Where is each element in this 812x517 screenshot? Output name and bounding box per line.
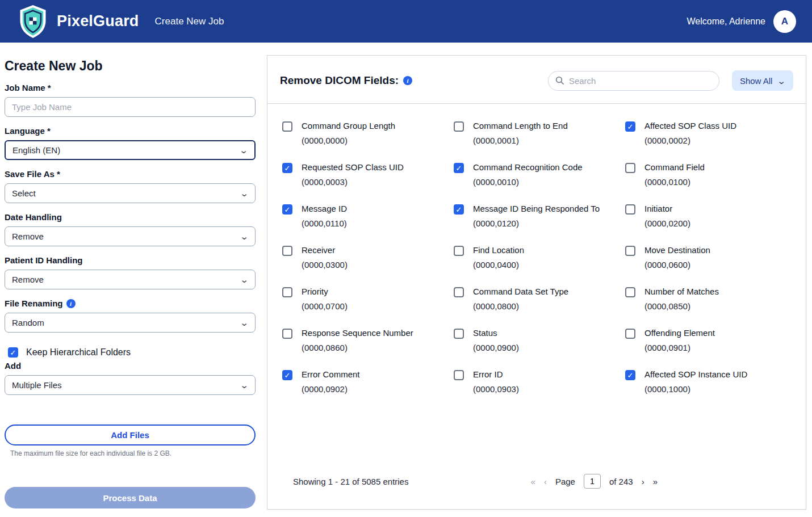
dicom-field-checkbox[interactable] [625,287,635,297]
dicom-field-checkbox[interactable] [625,204,635,215]
dicom-field-checkbox[interactable] [454,163,464,173]
dicom-field-checkbox[interactable] [454,121,464,132]
dicom-field-code: (0000,0110) [302,218,347,228]
next-page-button[interactable]: › [642,477,644,486]
dicom-field-label: Message ID [302,204,347,213]
dicom-field-item: Receiver(0000,0300) [282,245,448,270]
date-handling-select[interactable]: Remove ⌄ [5,226,256,246]
dicom-field-code: (0000,0600) [644,260,710,270]
patient-id-handling-select[interactable]: Remove ⌄ [5,270,256,289]
dicom-field-label: Response Sequence Number [302,328,413,338]
dicom-field-label: Command Length to End [473,121,568,131]
dicom-field-item: Priority(0000,0700) [282,287,448,311]
add-select[interactable]: Multiple Files ⌄ [5,375,256,395]
dicom-field-code: (0000,0001) [473,136,568,145]
dicom-field-checkbox[interactable] [454,287,464,297]
dicom-field-label: Affected SOP Instance UID [644,369,747,379]
dicom-field-code: (0000,0010) [473,177,583,187]
welcome-text: Welcome, Adrienne [687,16,765,27]
dicom-field-code: (0000,0200) [644,218,690,228]
dicom-field-checkbox[interactable] [625,329,635,339]
file-renaming-select[interactable]: Random ⌄ [5,313,256,333]
info-icon[interactable]: i [66,299,76,308]
dicom-field-code: (0000,0000) [302,136,395,145]
dicom-field-code: (0000,0300) [302,260,348,270]
nav-item-create-new-job[interactable]: Create New Job [155,16,224,27]
add-label: Add [5,361,256,371]
last-page-button[interactable]: » [653,477,658,486]
dicom-field-checkbox[interactable] [625,246,635,256]
dicom-field-label: Command Data Set Type [473,287,568,296]
save-file-as-select[interactable]: Select ⌄ [5,183,256,203]
dicom-field-checkbox[interactable] [282,246,292,256]
language-label: Language * [5,126,256,136]
dicom-field-label: Receiver [302,245,348,255]
dicom-field-checkbox[interactable] [282,163,292,173]
dicom-field-code: (0000,1000) [644,384,747,394]
brand-title: PixelGuard [57,12,139,30]
dicom-field-checkbox[interactable] [282,287,292,297]
dicom-field-checkbox[interactable] [454,246,464,256]
dicom-field-checkbox[interactable] [282,204,292,215]
dicom-field-code: (0000,0850) [644,301,719,311]
dicom-field-checkbox[interactable] [625,163,635,173]
info-icon[interactable]: i [403,76,412,85]
prev-page-button[interactable]: ‹ [544,477,547,486]
date-handling-select-value: Remove [12,232,44,241]
avatar[interactable]: A [773,10,796,33]
showing-entries-text: Showing 1 - 21 of 5085 entries [293,477,408,486]
process-data-button[interactable]: Process Data [5,487,256,508]
dicom-field-checkbox[interactable] [625,370,635,380]
create-job-form: Create New Job Job Name * Language * Eng… [0,43,256,508]
search-input[interactable] [569,76,712,86]
chevron-down-icon: ⌄ [240,232,249,241]
dicom-field-checkbox[interactable] [454,204,464,215]
panel-title-text: Remove DICOM Fields: [280,74,399,87]
dicom-fields-grid: Command Group Length(0000,0000)Command L… [267,104,806,400]
keep-hierarchical-checkbox[interactable] [8,347,18,358]
dicom-field-label: Number of Matches [644,287,719,296]
chevron-down-icon: ⌄ [240,189,249,197]
chevron-down-icon: ⌄ [240,146,249,154]
dicom-field-label: Priority [302,287,348,296]
search-box [548,71,719,91]
first-page-button[interactable]: « [531,477,535,486]
page-count-label: of 243 [609,477,633,486]
dicom-field-item: Status(0000,0900) [454,328,620,352]
dicom-field-label: Command Recognition Code [473,162,583,172]
pagination: « ‹ Page of 243 › » [531,474,658,489]
dicom-field-item: Offending Element(0000,0901) [625,328,791,352]
page-title: Create New Job [5,58,256,74]
dicom-field-checkbox[interactable] [625,121,635,132]
remove-dicom-fields-panel: Remove DICOM Fields: i Show All ⌄ Comman… [267,55,806,510]
dicom-field-checkbox[interactable] [454,329,464,339]
dicom-field-item: Initiator(0000,0200) [625,204,791,228]
add-files-button[interactable]: Add Files [5,424,256,445]
dicom-field-item: Message ID Being Responded To(0000,0120) [454,204,620,228]
dicom-field-label: Error Comment [302,369,360,379]
dicom-field-item: Error Comment(0000,0902) [282,369,448,394]
job-name-input[interactable] [5,97,256,117]
dicom-field-item: Command Field(0000,0100) [625,162,791,187]
language-select[interactable]: English (EN) ⌄ [5,140,256,160]
add-select-value: Multiple Files [12,380,62,390]
dicom-field-code: (0000,0900) [473,343,519,352]
dicom-field-code: (0000,0800) [473,301,568,311]
show-all-dropdown[interactable]: Show All ⌄ [732,70,793,91]
page-number-input[interactable] [584,474,601,489]
chevron-down-icon: ⌄ [240,381,249,389]
save-file-as-label: Save File As * [5,169,256,179]
patient-id-handling-label: Patient ID Handling [5,255,256,265]
dicom-field-code: (0000,0700) [302,301,348,311]
dicom-field-code: (0000,0002) [644,136,736,145]
dicom-field-checkbox[interactable] [282,329,292,339]
chevron-down-icon: ⌄ [777,77,786,85]
dicom-field-item: Number of Matches(0000,0850) [625,287,791,311]
dicom-field-checkbox[interactable] [454,370,464,380]
job-name-label: Job Name * [5,83,256,93]
dicom-field-checkbox[interactable] [282,370,292,380]
dicom-field-checkbox[interactable] [282,121,292,132]
dicom-field-label: Affected SOP Class UID [644,121,736,131]
dicom-field-label: Error ID [473,369,519,379]
show-all-label: Show All [740,76,773,86]
